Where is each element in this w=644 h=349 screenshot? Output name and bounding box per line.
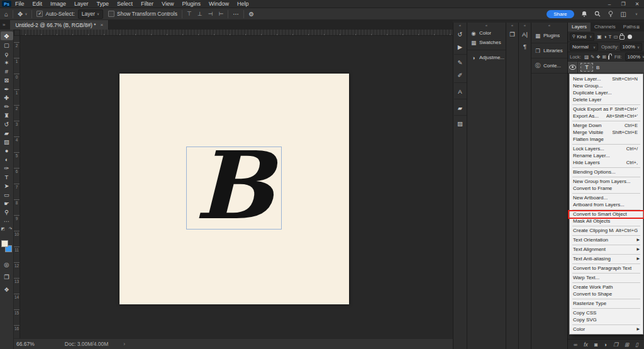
- quick-mask-button[interactable]: ◎: [1, 260, 13, 268]
- hand-tool[interactable]: ☛: [1, 199, 13, 208]
- type-tool[interactable]: T: [1, 172, 13, 181]
- close-tab-icon[interactable]: ×: [101, 22, 104, 28]
- link-layers-icon[interactable]: ∞: [574, 341, 577, 348]
- auto-select-checkbox[interactable]: ✓: [36, 11, 43, 17]
- zoom-level-field[interactable]: 66.67%: [16, 341, 35, 347]
- distribute-spacing-icon[interactable]: ⊢: [219, 11, 224, 17]
- target-select[interactable]: Layer ∨: [78, 9, 103, 19]
- menu-item-lock-layers[interactable]: Lock Layers... Ctrl+/: [570, 145, 643, 152]
- menubar-item[interactable]: Plugins: [182, 0, 201, 8]
- layer-effects-icon[interactable]: fx: [584, 341, 588, 348]
- object-selection-tool[interactable]: ✶: [1, 58, 13, 67]
- layer-row[interactable]: T B: [568, 62, 644, 74]
- layer-selection-box[interactable]: B: [186, 147, 282, 230]
- lock-all-icon[interactable]: [608, 55, 609, 60]
- rectangular-marquee-tool[interactable]: ▢: [1, 40, 13, 49]
- menu-item-copy-svg[interactable]: Copy SVG: [570, 316, 643, 323]
- filter-shape-layers-icon[interactable]: ▭: [613, 34, 618, 40]
- menu-item-create-clipping-mask[interactable]: Create Clipping Mask Alt+Ctrl+G: [570, 227, 643, 234]
- align-right-edges-icon[interactable]: ⊣: [208, 11, 213, 17]
- menu-item-text-orientation[interactable]: Text Orientation ▶: [570, 236, 643, 243]
- home-icon[interactable]: ⌂: [4, 11, 8, 18]
- menubar-item[interactable]: Type: [97, 0, 109, 8]
- color-panel-item[interactable]: ◉ Color: [467, 28, 506, 38]
- menu-item-new-layer[interactable]: New Layer... Shift+Ctrl+N: [570, 75, 643, 82]
- document-tab[interactable]: Untitled-2 @ 66.7% (B, RGB/8#) * ×: [10, 20, 109, 30]
- menu-item-new-group[interactable]: New Group...: [570, 82, 643, 89]
- menubar-item[interactable]: Image: [50, 0, 66, 8]
- menubar-item[interactable]: Layer: [74, 0, 89, 8]
- lock-transparent-pixels-icon[interactable]: ▨: [584, 54, 589, 60]
- layer-name[interactable]: B: [596, 65, 599, 70]
- align-left-edges-icon[interactable]: ⊤: [187, 11, 192, 17]
- panel-menu-icon[interactable]: ≡: [636, 24, 642, 30]
- blur-tool[interactable]: ●: [1, 146, 13, 155]
- menubar-item[interactable]: Select: [117, 0, 133, 8]
- menu-item-blending-options[interactable]: Blending Options...: [570, 169, 643, 175]
- eraser-tool[interactable]: ▰: [1, 128, 13, 137]
- gradient-tool[interactable]: ▨: [1, 137, 13, 146]
- menu-item-export-as[interactable]: Export As... Alt+Shift+Ctrl+': [570, 113, 643, 119]
- edit-toolbar-button[interactable]: ⋯: [1, 216, 13, 225]
- crop-tool[interactable]: #: [1, 67, 13, 75]
- menubar-item[interactable]: Window: [209, 0, 229, 8]
- collapse-panels-icon[interactable]: «: [511, 23, 513, 28]
- share-button[interactable]: Share: [547, 10, 574, 18]
- menu-item-duplicate-layer[interactable]: Duplicate Layer...: [570, 89, 643, 96]
- libraries-panel-item[interactable]: ❐ Libraries: [531, 43, 567, 58]
- menu-item-flatten-image[interactable]: Flatten Image: [570, 136, 643, 143]
- blend-mode-select[interactable]: Normal ∨: [570, 43, 598, 51]
- show-transform-checkbox[interactable]: [108, 11, 114, 17]
- delete-layer-icon[interactable]: ▯: [635, 341, 638, 348]
- frame-tool[interactable]: ⊠: [1, 75, 13, 84]
- patterns-panel-icon[interactable]: ▰: [454, 101, 467, 116]
- lock-position-icon[interactable]: ✥: [596, 54, 600, 60]
- brushes-panel-icon[interactable]: ✐: [454, 69, 467, 83]
- dodge-tool[interactable]: ◐: [1, 155, 13, 163]
- paragraph-styles-panel-icon[interactable]: A: [454, 85, 467, 99]
- menubar-item[interactable]: Filter: [141, 0, 153, 8]
- filter-adjustment-layers-icon[interactable]: ◑: [604, 34, 607, 40]
- align-horizontal-centers-icon[interactable]: ⊥: [197, 11, 203, 17]
- collapse-panels-icon[interactable]: «: [459, 23, 461, 28]
- lasso-tool[interactable]: ϙ: [1, 49, 13, 58]
- menu-item-merge-visible[interactable]: Merge Visible Shift+Ctrl+E: [570, 129, 643, 136]
- menu-item-text-anti-aliasing[interactable]: Text Anti-aliasing ▶: [570, 255, 643, 262]
- menu-item-merge-down[interactable]: Merge Down Ctrl+E: [570, 122, 643, 129]
- restore-button[interactable]: ❐: [616, 0, 630, 8]
- menu-item-color[interactable]: Color ▶: [570, 326, 643, 333]
- adjustments-panel-item[interactable]: ◑ Adjustme...: [467, 53, 506, 62]
- menubar-item[interactable]: File: [15, 0, 25, 8]
- default-colors-icon[interactable]: ◩: [1, 226, 5, 231]
- brush-tool[interactable]: ✏: [1, 102, 13, 111]
- new-layer-icon[interactable]: ⊞: [625, 341, 629, 348]
- new-adjustment-layer-icon[interactable]: ◑: [604, 341, 607, 348]
- menu-item-convert-to-smart-object[interactable]: Convert to Smart Object: [570, 211, 643, 218]
- layer-thumbnail[interactable]: T: [580, 63, 593, 72]
- filter-kind-select[interactable]: ⚲ Kind ∨: [570, 33, 594, 41]
- menu-item-new-group-from-layers[interactable]: New Group from Layers...: [570, 178, 643, 185]
- tab-layers[interactable]: Layers: [568, 23, 591, 31]
- menu-item-text-alignment[interactable]: Text Alignment ▶: [570, 246, 643, 253]
- menu-item-new-artboard[interactable]: New Artboard...: [570, 194, 643, 201]
- spot-healing-brush-tool[interactable]: ✚: [1, 93, 13, 102]
- rectangle-tool[interactable]: ▭: [1, 190, 13, 199]
- eyedropper-tool[interactable]: ✒: [1, 84, 13, 93]
- notifications-bell-icon[interactable]: [581, 11, 587, 17]
- menu-item-mask-all-objects[interactable]: Mask All Objects: [570, 218, 643, 224]
- gradients-panel-icon[interactable]: ▨: [454, 118, 467, 130]
- tab-channels[interactable]: Channels: [591, 23, 619, 31]
- close-button[interactable]: ✕: [630, 0, 644, 8]
- filter-locked-layers-icon[interactable]: [619, 35, 625, 40]
- gear-icon[interactable]: ⚙: [248, 11, 254, 18]
- collapse-panels-icon[interactable]: «: [467, 23, 506, 28]
- document-canvas[interactable]: B: [119, 74, 349, 304]
- brush-settings-panel-icon[interactable]: ✎: [454, 57, 467, 69]
- filter-type-layers-icon[interactable]: T: [609, 34, 612, 40]
- layer-visibility-cell[interactable]: [568, 62, 578, 73]
- history-brush-tool[interactable]: ↺: [1, 119, 13, 128]
- paragraph-panel-icon[interactable]: ¶: [519, 40, 531, 52]
- discover-lightbulb-icon[interactable]: [608, 11, 614, 17]
- libraries-folder-icon[interactable]: ❒: [506, 28, 519, 40]
- menu-item-warp-text[interactable]: Warp Text...: [570, 274, 643, 281]
